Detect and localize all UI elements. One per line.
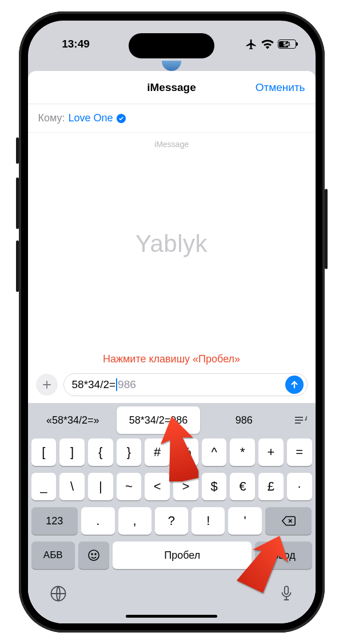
key[interactable]: \ (59, 473, 85, 500)
svg-text:A: A (305, 415, 307, 422)
key[interactable]: # (145, 438, 170, 466)
attachments-plus-button[interactable] (36, 374, 58, 396)
key[interactable]: > (173, 473, 198, 500)
message-input[interactable]: 58*34/2=986 (63, 373, 308, 396)
key[interactable]: , (118, 507, 151, 535)
emoji-icon (87, 548, 101, 562)
contact-avatar-peek (162, 61, 181, 71)
key[interactable]: | (88, 473, 113, 500)
key[interactable]: } (117, 438, 142, 466)
svg-point-3 (95, 554, 96, 555)
key[interactable]: [ (31, 438, 57, 466)
dictation-mic-icon[interactable] (279, 585, 294, 605)
globe-switch-keyboard-icon[interactable] (50, 585, 67, 605)
key[interactable]: % (173, 438, 198, 466)
keyboard: «58*34/2=» 58*34/2=986 986 A [ ] { } # % (28, 403, 316, 623)
annotation-instruction: Нажмите клавишу «Пробел» (28, 353, 316, 365)
key-switch-123[interactable]: 123 (31, 507, 78, 535)
key[interactable]: + (258, 438, 284, 466)
verified-checkmark-icon (117, 114, 126, 123)
thread-service-label: iMessage (28, 133, 316, 156)
key[interactable]: * (230, 438, 255, 466)
key[interactable]: _ (31, 473, 57, 500)
send-button[interactable] (285, 376, 304, 394)
cancel-button[interactable]: Отменить (256, 81, 305, 94)
recipient-label: Кому: (38, 112, 65, 124)
key-emoji[interactable] (78, 542, 109, 569)
key-space[interactable]: Пробел (113, 542, 252, 569)
watermark-text: Yablyk (28, 156, 316, 258)
recipient-row[interactable]: Кому: Love One (28, 104, 316, 133)
svg-rect-5 (284, 586, 288, 594)
key[interactable]: = (287, 438, 312, 466)
modal-title: iMessage (147, 81, 196, 94)
status-time: 13:49 (47, 38, 105, 50)
airplane-mode-icon (245, 38, 257, 50)
message-text: 58*34/2=986 (72, 378, 136, 392)
recipient-name: Love One (69, 112, 113, 124)
key-enter[interactable]: Ввод (255, 542, 312, 569)
suggestion-center[interactable]: 58*34/2=986 (117, 406, 200, 434)
key[interactable]: ' (228, 507, 261, 535)
wifi-icon (261, 39, 274, 49)
key[interactable]: · (287, 473, 312, 500)
key-switch-abc[interactable]: АБВ (31, 542, 75, 569)
svg-point-1 (89, 550, 99, 560)
backspace-icon (281, 515, 296, 527)
key[interactable]: ! (192, 507, 225, 535)
key[interactable]: € (230, 473, 255, 500)
svg-point-2 (91, 554, 93, 555)
key-backspace[interactable] (265, 507, 312, 535)
suggestion-bar: «58*34/2=» 58*34/2=986 986 A (28, 406, 316, 434)
key[interactable]: . (81, 507, 114, 535)
text-format-icon[interactable]: A (288, 406, 312, 434)
key[interactable]: ~ (117, 473, 142, 500)
key[interactable]: $ (202, 473, 227, 500)
key[interactable]: ? (155, 507, 188, 535)
suggestion-right[interactable]: 986 (202, 406, 286, 434)
key[interactable]: < (145, 473, 170, 500)
battery-indicator: 54 (278, 39, 296, 49)
key[interactable]: £ (258, 473, 284, 500)
dynamic-island (129, 33, 214, 58)
key[interactable]: { (88, 438, 113, 466)
key[interactable]: ^ (202, 438, 227, 466)
key[interactable]: ] (59, 438, 85, 466)
suggestion-left[interactable]: «58*34/2=» (31, 406, 115, 434)
home-indicator[interactable] (126, 615, 217, 618)
